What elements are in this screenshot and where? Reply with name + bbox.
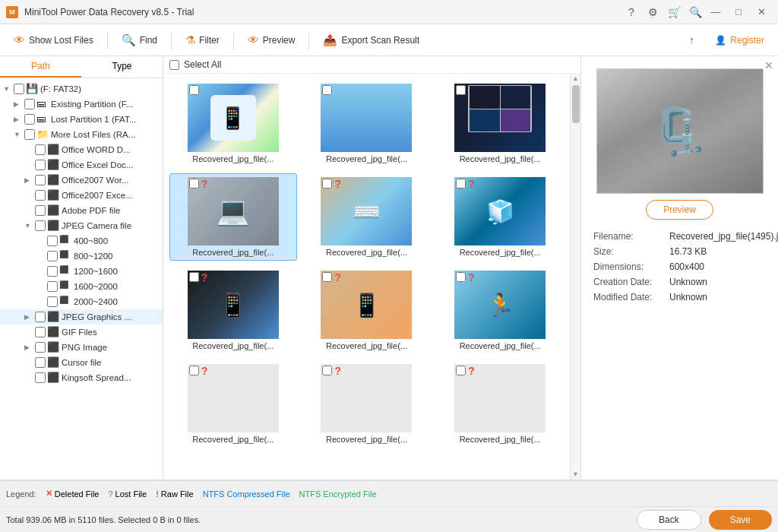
tree-800-1200[interactable]: ⬛ 800~1200 [0, 249, 163, 264]
root-toggle[interactable]: ▼ [3, 85, 14, 93]
item11-checkbox[interactable] [322, 366, 332, 375]
2000-2400-checkbox[interactable] [47, 296, 58, 307]
save-button[interactable]: Save [709, 510, 772, 530]
item3-checkbox[interactable] [456, 85, 466, 95]
400-800-checkbox[interactable] [47, 236, 58, 246]
preview-toolbar-button[interactable]: 👁 Preview [240, 30, 303, 49]
select-all-checkbox[interactable] [169, 60, 179, 70]
kingsoft-checkbox[interactable] [35, 372, 46, 383]
existing-checkbox[interactable] [24, 99, 35, 109]
minimize-button[interactable]: — [705, 2, 726, 23]
jpeg-camera-checkbox[interactable] [35, 220, 46, 231]
tree-adobe-pdf[interactable]: ⬛ Adobe PDF file [0, 203, 163, 218]
lost-partition-toggle[interactable]: ▶ [14, 116, 24, 123]
jpeg-camera-toggle[interactable]: ▼ [24, 222, 35, 230]
jpeg-graphics-toggle[interactable]: ▶ [24, 313, 35, 321]
cart-icon[interactable]: 🛒 [666, 4, 682, 21]
grid-item-10[interactable]: ? Recovered_jpg_file(... [169, 360, 297, 448]
office2007-exc-checkbox[interactable] [35, 190, 46, 201]
filter-button[interactable]: ⚗ Filter [178, 30, 227, 50]
thumb-image-1: 📱 [210, 95, 256, 141]
office-excel-checkbox[interactable] [35, 160, 46, 170]
right-panel-close[interactable]: ✕ [764, 59, 773, 71]
settings-icon[interactable]: ⚙ [644, 4, 661, 21]
root-checkbox[interactable] [14, 84, 24, 94]
vscrollbar[interactable]: ▲ ▼ [570, 74, 580, 480]
grid-item-2[interactable]: Recovered_jpg_file(... [303, 80, 431, 167]
thumb-image-4: 💻 [216, 195, 250, 227]
legend-bar: Legend: ✕ Deleted File ? Lost File ! Raw… [0, 480, 778, 506]
item2-checkbox[interactable] [322, 85, 332, 95]
item8-checkbox[interactable] [322, 272, 332, 282]
tree-1600-2000[interactable]: ⬛ 1600~2000 [0, 279, 163, 294]
jpeg-graphics-checkbox[interactable] [35, 312, 46, 322]
scroll-thumb[interactable] [572, 85, 580, 123]
tree-office2007-exc[interactable]: ⬛ Office2007 Exce... [0, 188, 163, 203]
export-button[interactable]: 📤 Export Scan Result [315, 30, 427, 50]
register-button[interactable]: 👤 Register [707, 32, 772, 49]
tree-root[interactable]: ▼ 💾 (F: FAT32) [0, 81, 163, 97]
tree-jpeg-camera[interactable]: ▼ ⬛ JPEG Camera file [0, 218, 163, 233]
find-button[interactable]: 🔍 Find [114, 30, 165, 50]
office-word-checkbox[interactable] [35, 144, 46, 155]
tree-png-image[interactable]: ▶ ⬛ PNG Image [0, 340, 163, 355]
item10-checkbox[interactable] [189, 366, 199, 375]
grid-item-9[interactable]: ? 🏃 Recovered_jpg_file(... [436, 267, 564, 354]
tree-existing-partition[interactable]: ▶ 🖴 Existing Partition (F... [0, 97, 163, 112]
item5-checkbox[interactable] [322, 179, 332, 188]
item4-checkbox[interactable] [189, 179, 199, 188]
more-lost-toggle[interactable]: ▼ [14, 131, 24, 138]
tree-2000-2400[interactable]: ⬛ 2000~2400 [0, 294, 163, 309]
item12-checkbox[interactable] [456, 366, 466, 375]
tree-1200-1600[interactable]: ⬛ 1200~1600 [0, 264, 163, 279]
back-button[interactable]: Back [637, 510, 701, 530]
office2007-wor-toggle[interactable]: ▶ [24, 176, 35, 184]
maximize-button[interactable]: □ [728, 2, 749, 23]
item6-checkbox[interactable] [456, 179, 466, 188]
1200-1600-checkbox[interactable] [47, 266, 58, 277]
preview-action-button[interactable]: Preview [646, 200, 713, 220]
tree-400-800[interactable]: ⬛ 400~800 [0, 233, 163, 249]
tree-office-word[interactable]: ⬛ Office WORD D... [0, 142, 163, 157]
grid-item-3[interactable]: Recovered_jpg_file(... [436, 80, 564, 167]
tab-path[interactable]: Path [0, 56, 81, 78]
item7-checkbox[interactable] [189, 272, 199, 282]
tree-kingsoft[interactable]: ⬛ Kingsoft Spread... [0, 370, 163, 385]
tree-office-excel[interactable]: ⬛ Office Excel Doc... [0, 157, 163, 173]
share-button[interactable]: ↑ [682, 32, 701, 49]
lost-partition-checkbox[interactable] [24, 114, 35, 125]
tree-gif-files[interactable]: ⬛ GIF Files [0, 325, 163, 340]
grid-item-5[interactable]: ? ⌨️ Recovered_jpg_file(... [303, 173, 431, 261]
png-image-toggle[interactable]: ▶ [24, 344, 35, 351]
png-image-checkbox[interactable] [35, 342, 46, 353]
tree-lost-partition[interactable]: ▶ 🖴 Lost Partition 1 (FAT... [0, 112, 163, 127]
tree-office2007-wor[interactable]: ▶ ⬛ Office2007 Wor... [0, 173, 163, 188]
office2007-wor-checkbox[interactable] [35, 175, 46, 185]
close-button[interactable]: ✕ [751, 2, 772, 23]
grid-item-4[interactable]: ? 💻 Recovered_jpg_file(... [169, 173, 297, 261]
800-1200-checkbox[interactable] [47, 251, 58, 261]
grid-item-8[interactable]: ? 📱 Recovered_jpg_file(... [303, 267, 431, 354]
more-lost-checkbox[interactable] [24, 129, 35, 140]
tree-jpeg-graphics[interactable]: ▶ ⬛ JPEG Graphics ... [0, 309, 163, 325]
preview-img-content: 🗜️ [597, 69, 763, 193]
tree-cursor-file[interactable]: ⬛ Cursor file [0, 355, 163, 370]
adobe-pdf-checkbox[interactable] [35, 205, 46, 216]
tab-type[interactable]: Type [81, 56, 163, 78]
1600-2000-checkbox[interactable] [47, 281, 58, 292]
item9-checkbox[interactable] [456, 272, 466, 282]
gif-files-checkbox[interactable] [35, 327, 46, 337]
existing-toggle[interactable]: ▶ [14, 100, 24, 108]
zoom-icon[interactable]: 🔍 [687, 4, 704, 21]
item8-lost-badge: ? [334, 271, 341, 283]
item1-checkbox[interactable] [189, 85, 199, 95]
cursor-file-checkbox[interactable] [35, 357, 46, 368]
grid-item-11[interactable]: ? Recovered_jpg_file(... [303, 360, 431, 448]
grid-item-7[interactable]: ? 📱 Recovered_jpg_file(... [169, 267, 297, 354]
show-lost-files-button[interactable]: 👁 Show Lost Files [6, 30, 101, 49]
grid-item-1[interactable]: 📱 Recovered_jpg_file(... [169, 80, 297, 167]
help-icon[interactable]: ? [623, 4, 640, 21]
tree-more-lost[interactable]: ▼ 📁 More Lost Files (RA... [0, 127, 163, 142]
grid-item-12[interactable]: ? Recovered_jpg_file(... [436, 360, 564, 448]
grid-item-6[interactable]: ? 🧊 Recovered_jpg_file(... [436, 173, 564, 261]
